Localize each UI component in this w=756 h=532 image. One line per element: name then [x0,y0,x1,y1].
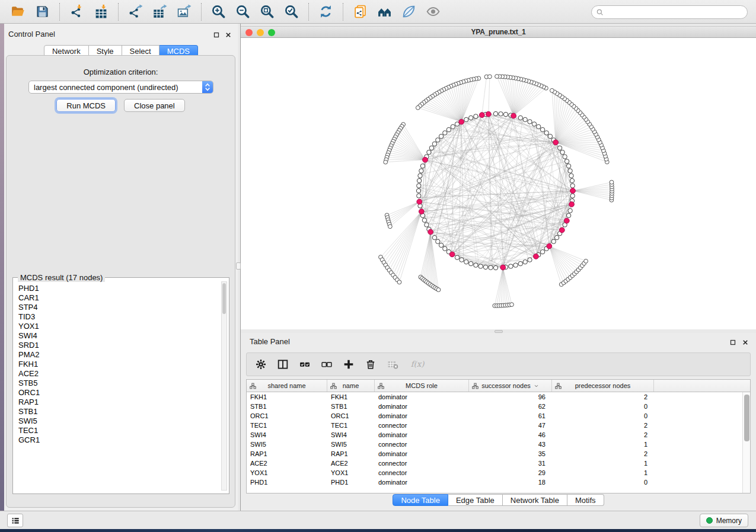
show-graphics-details-icon[interactable] [425,4,441,20]
delete-rows-icon[interactable] [365,358,377,370]
table-cell[interactable]: ACE2 [247,459,327,468]
close-panel-icon[interactable] [225,30,232,37]
table-cell[interactable]: FKH1 [327,392,375,402]
float-panel-icon[interactable] [729,338,736,345]
first-neighbors-icon[interactable] [377,4,393,20]
run-mcds-button[interactable]: Run MCDS [56,99,116,112]
export-network-icon[interactable] [127,4,143,20]
table-cell[interactable]: SWI4 [247,430,327,440]
apply-layout-icon[interactable] [318,4,334,20]
table-cell[interactable]: SWI4 [327,430,375,440]
table-cell[interactable]: 1 [552,459,654,468]
tab-edge-table[interactable]: Edge Table [448,494,503,506]
table-cell[interactable]: PHD1 [327,477,375,487]
table-cell[interactable]: dominator [375,411,469,421]
mcds-result-item[interactable]: STP4 [18,303,221,312]
zoom-fit-icon[interactable] [259,4,275,20]
mcds-result-item[interactable]: STB5 [18,379,221,388]
table-cell[interactable]: 62 [469,402,552,411]
close-window-icon[interactable] [245,29,253,36]
zoom-in-icon[interactable] [210,4,227,20]
mcds-result-item[interactable]: CAR1 [18,293,221,303]
table-cell[interactable]: 61 [469,411,552,421]
table-cell[interactable]: TEC1 [327,421,375,430]
mcds-result-item[interactable]: FKH1 [18,360,221,369]
optimization-criterion-select[interactable]: largest connected component (undirected) [28,81,213,94]
tab-node-table[interactable]: Node Table [393,494,448,506]
table-cell[interactable]: 1 [552,468,654,477]
table-cell[interactable]: 2 [552,430,654,440]
table-row[interactable]: YOX1YOX1connector291 [247,468,750,477]
minimize-window-icon[interactable] [257,29,264,36]
table-row[interactable]: STB1STB1dominator620 [247,402,750,411]
mcds-result-item[interactable]: TEC1 [18,426,221,435]
mcds-result-item[interactable]: RAP1 [18,398,221,407]
scrollbar-thumb[interactable] [222,283,226,314]
zoom-out-icon[interactable] [235,4,251,20]
mcds-result-item[interactable]: SRD1 [18,341,221,350]
mcds-result-item[interactable]: SWI4 [18,331,221,341]
table-row[interactable]: SWI5SWI5connector431 [247,440,750,449]
table-cell[interactable]: 2 [552,392,654,402]
status-menu-button[interactable] [7,514,23,527]
table-cell[interactable]: RAP1 [247,449,327,459]
tab-network-table[interactable]: Network Table [503,494,567,506]
table-cell[interactable]: 96 [469,392,552,402]
table-cell[interactable]: 1 [552,440,654,449]
search-input[interactable] [604,7,747,18]
create-column-icon[interactable] [343,358,355,370]
table-cell[interactable]: 43 [469,440,552,449]
table-cell[interactable]: ORC1 [327,411,375,421]
table-cell[interactable]: 47 [469,421,552,430]
table-cell[interactable]: dominator [375,430,469,440]
splitter-handle[interactable] [236,262,241,270]
zoom-window-icon[interactable] [268,29,275,36]
table-cell[interactable]: RAP1 [327,449,375,459]
column-header-name[interactable]: name [327,380,375,392]
table-row[interactable]: PHD1PHD1dominator180 [247,477,750,487]
table-row[interactable]: SWI4SWI4dominator462 [247,430,750,440]
network-canvas[interactable] [241,38,756,329]
column-header-shared-name[interactable]: shared name [247,380,327,392]
new-network-from-selection-icon[interactable] [352,4,368,20]
table-cell[interactable]: ACE2 [327,459,375,468]
table-cell[interactable]: PHD1 [247,477,327,487]
mcds-result-item[interactable]: PHD1 [18,284,221,293]
deselect-all-rows-icon[interactable] [321,358,333,370]
table-row[interactable]: TEC1TEC1connector472 [247,421,750,430]
mcds-result-item[interactable]: ORC1 [18,388,221,398]
mcds-result-item[interactable]: ACE2 [18,369,221,379]
float-panel-icon[interactable] [213,30,220,37]
show-columns-icon[interactable] [277,358,289,370]
column-header-MCDS-role[interactable]: MCDS role [375,380,469,392]
table-options-icon[interactable] [255,358,267,370]
mcds-result-item[interactable]: SWI5 [18,416,221,426]
mcds-result-list[interactable]: PHD1CAR1STP4TID3YOX1SWI4SRD1PMA2FKH1ACE2… [14,280,221,493]
table-row[interactable]: FKH1FKH1dominator962 [247,392,750,402]
table-cell[interactable]: 31 [469,459,552,468]
table-cell[interactable]: 18 [469,477,552,487]
table-cell[interactable]: 2 [552,421,654,430]
mcds-result-item[interactable]: TID3 [18,312,221,322]
table-cell[interactable]: 35 [469,449,552,459]
table-cell[interactable]: 46 [469,430,552,440]
table-cell[interactable]: dominator [375,402,469,411]
open-icon[interactable] [10,4,26,20]
table-row[interactable]: ACE2ACE2connector311 [247,459,750,468]
table-cell[interactable]: connector [375,421,469,430]
table-cell[interactable]: YOX1 [327,468,375,477]
column-header-successor-nodes[interactable]: successor nodes [469,380,552,392]
mcds-list-scrollbar[interactable] [221,281,227,491]
table-cell[interactable]: connector [375,468,469,477]
table-cell[interactable]: YOX1 [247,468,327,477]
memory-button[interactable]: Memory [700,514,748,527]
export-image-icon[interactable] [176,4,192,20]
save-icon[interactable] [34,4,50,20]
table-cell[interactable]: TEC1 [247,421,327,430]
table-row[interactable]: RAP1RAP1dominator352 [247,449,750,459]
table-cell[interactable]: FKH1 [247,392,327,402]
export-table-icon[interactable] [152,4,168,20]
mcds-result-item[interactable]: PMA2 [18,350,221,360]
table-cell[interactable]: 0 [552,411,654,421]
mcds-result-item[interactable]: YOX1 [18,322,221,331]
